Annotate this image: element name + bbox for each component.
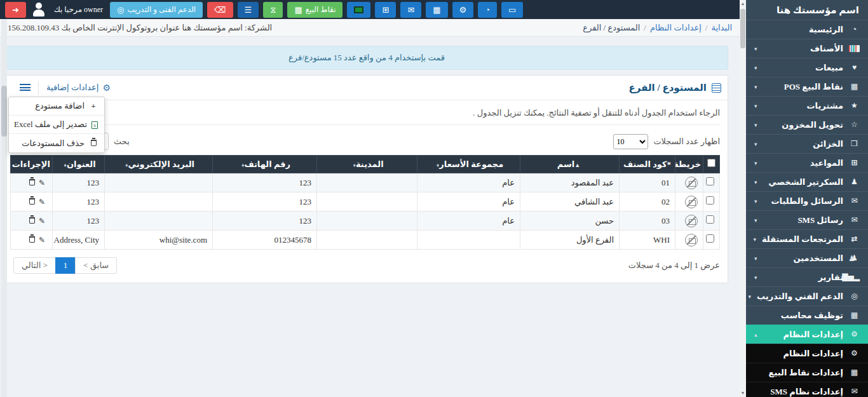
table-row: 01عبد المقصودعام123123✎ xyxy=(11,173,720,192)
sidebar-item[interactable]: ▂▅▇تقارير▾ xyxy=(746,267,868,286)
column-toggle-button[interactable] xyxy=(12,79,38,96)
user-avatar[interactable] xyxy=(31,1,47,18)
column-label: رقم الهاتف xyxy=(244,159,290,169)
breadcrumb-item: المستودع / الفرع xyxy=(583,23,640,33)
chevron-down-icon: ▾ xyxy=(754,217,757,224)
calculator-button[interactable]: ▦ xyxy=(426,2,447,18)
settings-dropdown-menu: +اضافة مستودعxتصدير إلى ملف Excelحذف الم… xyxy=(8,97,105,153)
flag-button[interactable] xyxy=(347,2,370,18)
sidebar-item[interactable]: ◎الدعم الفني والتدريب▾ xyxy=(746,286,868,306)
row-select-checkbox[interactable] xyxy=(706,234,714,243)
cell-code: 03 xyxy=(620,212,675,231)
column-header-code: *كود الصنف xyxy=(620,156,675,173)
row-select-checkbox[interactable] xyxy=(706,196,714,205)
column-header-group[interactable]: مجموعة الأسعار♦ xyxy=(417,156,520,173)
sidebar-item[interactable]: ⚙إعدادات النظام▴ xyxy=(746,325,868,344)
sidebar-scrollbar-thumb[interactable] xyxy=(740,9,745,48)
no-map-image-icon[interactable] xyxy=(685,234,698,246)
row-select-checkbox[interactable] xyxy=(706,215,714,224)
delete-row-icon[interactable] xyxy=(29,236,35,245)
delete-row-icon[interactable] xyxy=(29,198,35,206)
sidebar-item[interactable]: ▦توظيف محاسب xyxy=(746,306,868,325)
delete-row-icon[interactable] xyxy=(29,217,35,225)
sidebar-scrollbar[interactable]: ▲ ▼ xyxy=(740,0,746,397)
sidebar-item[interactable]: ★مشتريات▾ xyxy=(746,96,868,115)
sidebar-item[interactable]: ✉الرسائل والطلبات▾ xyxy=(746,191,868,210)
no-map-image-icon[interactable] xyxy=(685,196,698,208)
sidebar-item[interactable]: ☆تحويل المخزون▾ xyxy=(746,115,868,134)
edit-row-icon[interactable]: ✎ xyxy=(39,178,45,187)
calculator-icon: ▦ xyxy=(849,311,860,320)
hourglass-button[interactable]: ⧖ xyxy=(263,2,283,18)
next-page-button[interactable]: التالي > xyxy=(13,257,56,274)
calendar-icon: ⊞ xyxy=(849,158,860,168)
cell-city xyxy=(317,173,417,192)
dashboard-button[interactable]: ◔ xyxy=(478,2,497,18)
pos-button[interactable]: ▦نقاط البيع xyxy=(287,2,342,18)
calculator-icon: ▦ xyxy=(433,6,440,14)
cell-address: 123 xyxy=(53,192,105,212)
eraser-button[interactable]: ⌫ xyxy=(207,2,233,18)
person-icon: ♟ xyxy=(849,177,860,187)
menu-item[interactable]: حذف المستودعات xyxy=(9,134,104,152)
current-page-button[interactable]: 1 xyxy=(55,257,76,274)
menu-item[interactable]: xتصدير إلى ملف Excel xyxy=(9,116,104,134)
column-header-email[interactable]: البريد الإلكتروني♦ xyxy=(105,156,213,173)
sidebar-item[interactable]: ⇄المرتجعات المستقلة▾ xyxy=(746,229,868,248)
sidebar-item[interactable]: ⊞المواعيد▾ xyxy=(746,153,868,172)
scroll-down-icon[interactable]: ▼ xyxy=(740,391,746,396)
sidebar-item-sub[interactable]: ⚙إعدادات النظام xyxy=(746,344,868,363)
column-header-name[interactable]: ▲اسم xyxy=(520,156,620,173)
column-header-phone[interactable]: رقم الهاتف♦ xyxy=(213,156,317,173)
sidebar-item-sub[interactable]: ✉إعدادات نظام SMS xyxy=(746,382,868,397)
menu-item[interactable]: +اضافة مستودع xyxy=(9,97,104,116)
support-button[interactable]: ◎الدعم الفنى و التدريب xyxy=(110,2,203,18)
content-scrollbar-thumb[interactable] xyxy=(1,86,7,137)
sidebar-item-sub[interactable]: ▦إعدادات نقاط البيع xyxy=(746,363,868,382)
no-map-image-icon[interactable] xyxy=(685,215,698,227)
breadcrumb-item[interactable]: البداية xyxy=(711,23,732,33)
monitor-button[interactable]: ▭ xyxy=(501,2,523,18)
no-map-image-icon[interactable] xyxy=(685,177,698,189)
table-icon xyxy=(712,83,721,93)
edit-row-icon[interactable]: ✎ xyxy=(39,236,45,245)
excel-icon: x xyxy=(92,120,98,130)
column-header-address[interactable]: العنوان♦ xyxy=(53,156,105,173)
list-button[interactable]: ☰ xyxy=(238,2,259,18)
sidebar-item-label: إعدادات النظام xyxy=(783,349,843,359)
page-length-select[interactable]: 10 xyxy=(613,134,648,149)
sidebar-item[interactable]: الأصناف▾ xyxy=(746,39,868,58)
edit-row-icon[interactable]: ✎ xyxy=(39,217,45,225)
column-label: *كود الصنف xyxy=(623,159,671,169)
sidebar-item-label: الخزائن xyxy=(813,139,843,149)
cogs-button[interactable]: ⚙ xyxy=(452,2,474,18)
mail-button[interactable]: ✉ xyxy=(400,2,421,18)
cell-address: 123 xyxy=(53,212,105,231)
sidebar-item[interactable]: ◔الرئيسية xyxy=(746,20,868,39)
trash-icon xyxy=(89,138,98,149)
logout-button[interactable]: ➜ xyxy=(5,2,26,18)
row-select-checkbox[interactable] xyxy=(706,177,714,185)
column-header-city[interactable]: المدينة♦ xyxy=(317,156,417,173)
edit-row-icon[interactable]: ✎ xyxy=(39,198,45,206)
sidebar-item[interactable]: ♟السكرتير الشخصي▾ xyxy=(746,172,868,191)
prev-page-button[interactable]: < سابق xyxy=(75,257,117,274)
sidebar-item[interactable]: ❒الخزائن▾ xyxy=(746,134,868,153)
content-scrollbar[interactable] xyxy=(1,19,7,397)
calendar-button[interactable]: ⊞ xyxy=(375,2,396,18)
delete-row-icon[interactable] xyxy=(29,178,35,187)
cell-city xyxy=(317,231,417,250)
menu-item-label: تصدير إلى ملف Excel xyxy=(14,119,87,130)
chevron-down-icon: ▾ xyxy=(754,103,757,109)
sidebar-item[interactable]: ♥مبيعات▾ xyxy=(746,58,868,77)
extra-settings-button[interactable]: ⚙ إعدادات إضافية xyxy=(38,81,118,95)
sidebar-item[interactable]: ✉رسائل SMS▾ xyxy=(746,210,868,229)
envelope-icon: ✉ xyxy=(407,6,414,14)
select-all-checkbox[interactable] xyxy=(707,159,715,167)
scroll-up-icon[interactable]: ▲ xyxy=(740,1,746,6)
breadcrumb-item[interactable]: إعدادات النظام xyxy=(650,23,702,33)
sidebar-item[interactable]: ▦نقاط البيع POS▾ xyxy=(746,77,868,96)
sidebar-item[interactable]: ♟المستخدمين▾ xyxy=(746,248,868,267)
monitor-icon: ▭ xyxy=(508,6,516,14)
breadcrumb-separator: / xyxy=(705,23,708,33)
